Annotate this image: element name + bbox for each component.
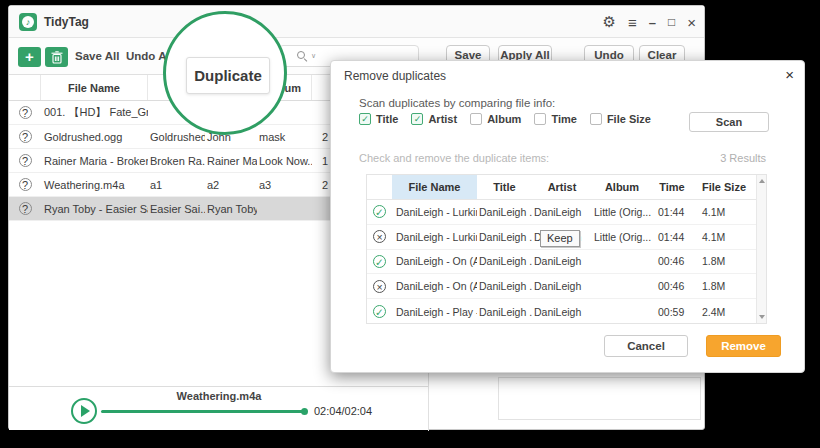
- cell-time: 00:46: [652, 255, 692, 267]
- menu-icon[interactable]: ≡: [628, 14, 637, 31]
- criteria-checkbox[interactable]: Time: [534, 113, 576, 125]
- right-panel-field[interactable]: [498, 377, 701, 420]
- cell-file-name: Weathering.m4a: [41, 179, 148, 191]
- unknown-status-icon: ?: [19, 154, 32, 167]
- duplicates-table: File Name Title Artist Album Time File S…: [366, 174, 767, 324]
- cell-title: DaniLeigh ...: [477, 231, 532, 243]
- save-all-button[interactable]: Save All: [75, 50, 119, 62]
- scrollbar[interactable]: [756, 175, 766, 323]
- checkbox-label: Album: [487, 113, 521, 125]
- maximize-button[interactable]: □: [668, 15, 675, 29]
- keep-check-icon[interactable]: ✓: [373, 205, 386, 218]
- cell-file-name: DaniLeigh - Play -...: [392, 306, 477, 318]
- scroll-down-icon[interactable]: [759, 315, 765, 319]
- cell-title: DaniLeigh ...: [477, 206, 532, 218]
- checkbox-label: Time: [551, 113, 576, 125]
- duplicate-button[interactable]: Duplicate: [186, 57, 270, 94]
- cell-album: Look Now...: [257, 155, 312, 167]
- checkbox-box: [590, 113, 602, 125]
- remove-button[interactable]: Remove: [706, 335, 781, 357]
- app-title: TidyTag: [44, 15, 89, 29]
- now-playing-title: Weathering.m4a: [99, 390, 339, 402]
- titlebar[interactable]: ♪ TidyTag ⚙ ≡ – □ ×: [9, 6, 704, 38]
- scan-button[interactable]: Scan: [689, 112, 769, 132]
- dup-column-header-file-name[interactable]: File Name: [392, 175, 477, 199]
- cell-title: Goldrushed: [148, 131, 205, 143]
- dup-column-header-time[interactable]: Time: [652, 175, 692, 199]
- dup-column-header-file-size[interactable]: File Size: [692, 175, 756, 199]
- play-icon: [81, 405, 90, 417]
- cell-file-size: 2.4M: [692, 306, 756, 318]
- checkbox-box: [470, 113, 482, 125]
- app-logo: ♪: [19, 13, 37, 31]
- checkbox-label: Artist: [428, 113, 457, 125]
- column-header-file-name[interactable]: File Name: [41, 75, 148, 100]
- progress-handle[interactable]: [301, 408, 308, 415]
- cell-file-size: 4.1M: [692, 231, 756, 243]
- cell-title: Easier Sai...: [148, 203, 205, 215]
- logo-note-icon: ♪: [22, 16, 34, 28]
- cell-file-size: 1.8M: [692, 280, 756, 292]
- search-icon: [297, 51, 305, 59]
- keep-tooltip: Keep: [540, 230, 580, 247]
- cell-file-name: Ryan Toby - Easier Said Th...: [41, 203, 148, 215]
- cell-album: Little (Orig...: [592, 206, 652, 218]
- cell-file-name: 001. 【HD】 Fate_Grand Ord...: [41, 105, 148, 120]
- unknown-status-icon: ?: [19, 202, 32, 215]
- cell-artist: DaniLeigh: [532, 255, 592, 267]
- remove-duplicates-dialog: Remove duplicates × Scan duplicates by c…: [330, 60, 805, 373]
- duplicate-row[interactable]: ×DaniLeigh - On (A...DaniLeigh ...DaniLe…: [367, 274, 766, 299]
- cell-title: Broken Ra...: [148, 155, 205, 167]
- cell-title: DaniLeigh ...: [477, 255, 532, 267]
- minimize-button[interactable]: –: [649, 15, 656, 30]
- trash-icon: [51, 51, 63, 64]
- dialog-title: Remove duplicates: [344, 69, 446, 83]
- delete-file-button[interactable]: [45, 47, 68, 67]
- scroll-up-icon[interactable]: [759, 179, 765, 183]
- column-header-status[interactable]: [9, 75, 41, 100]
- dup-column-header-status[interactable]: [367, 175, 392, 199]
- checkbox-box: ✓: [359, 113, 371, 125]
- duplicate-rows: ✓DaniLeigh - Lurkin...DaniLeigh ...DaniL…: [367, 200, 766, 324]
- duplicate-row[interactable]: ✓DaniLeigh - Lurkin...DaniLeigh ...DaniL…: [367, 200, 766, 225]
- close-button[interactable]: ×: [687, 14, 696, 31]
- cell-file-name: DaniLeigh - Lurkin...: [392, 206, 477, 218]
- player-bar: Weathering.m4a 02:04/02:04: [9, 386, 428, 430]
- remove-cross-icon[interactable]: ×: [373, 230, 386, 243]
- unknown-status-icon: ?: [19, 178, 32, 191]
- duplicate-row[interactable]: ✓DaniLeigh - Play -...DaniLeigh ...DaniL…: [367, 299, 766, 324]
- dialog-close-icon[interactable]: ×: [785, 66, 794, 83]
- settings-gear-icon[interactable]: ⚙: [603, 13, 616, 31]
- progress-bar[interactable]: [101, 410, 306, 413]
- cell-title: DaniLeigh ...: [477, 280, 532, 292]
- keep-check-icon[interactable]: ✓: [373, 305, 386, 318]
- keep-check-icon[interactable]: ✓: [373, 255, 386, 268]
- cell-time: 01:44: [652, 206, 692, 218]
- cell-album: a3: [257, 179, 312, 191]
- remove-cross-icon[interactable]: ×: [373, 280, 386, 293]
- cancel-button[interactable]: Cancel: [604, 335, 688, 357]
- scan-criteria-label: Scan duplicates by comparing file info:: [359, 97, 555, 109]
- play-button[interactable]: [71, 398, 97, 424]
- criteria-checkbox[interactable]: Album: [470, 113, 521, 125]
- cell-file-name: Goldrushed.ogg: [41, 131, 148, 143]
- cell-artist: Rainer Ma...: [205, 155, 257, 167]
- duplicate-row[interactable]: ✓DaniLeigh - On (A...DaniLeigh ...DaniLe…: [367, 250, 766, 275]
- dup-column-header-album[interactable]: Album: [592, 175, 652, 199]
- cell-artist: DaniLeigh: [532, 280, 592, 292]
- cell-artist: a2: [205, 179, 257, 191]
- dup-column-header-artist[interactable]: Artist: [532, 175, 592, 199]
- criteria-checkbox[interactable]: ✓Title: [359, 113, 398, 125]
- check-remove-label: Check and remove the duplicate items:: [359, 152, 549, 164]
- criteria-checkbox[interactable]: File Size: [590, 113, 651, 125]
- cell-title: DaniLeigh ...: [477, 306, 532, 318]
- add-file-button[interactable]: +: [18, 47, 41, 67]
- time-display: 02:04/02:04: [314, 405, 372, 417]
- dup-column-header-title[interactable]: Title: [477, 175, 532, 199]
- checkbox-label: Title: [376, 113, 398, 125]
- screen-background: ♪ TidyTag ⚙ ≡ – □ × +: [0, 0, 820, 448]
- criteria-checkbox[interactable]: ✓Artist: [411, 113, 457, 125]
- cell-album: mask: [257, 131, 312, 143]
- duplicates-table-header: File Name Title Artist Album Time File S…: [367, 175, 766, 200]
- cell-album: Little (Orig...: [592, 231, 652, 243]
